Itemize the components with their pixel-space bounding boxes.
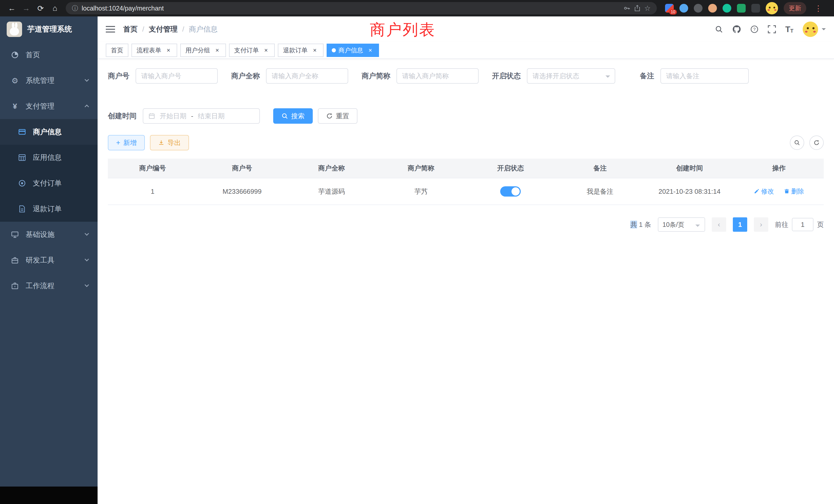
tab-pay-order[interactable]: 支付订单 × xyxy=(229,44,275,57)
password-key-icon[interactable] xyxy=(623,5,630,12)
page-1-button[interactable]: 1 xyxy=(733,217,747,232)
sidebar-item-label: 应用信息 xyxy=(33,153,62,162)
prev-page-button[interactable]: ‹ xyxy=(712,217,726,232)
export-button[interactable]: 导出 xyxy=(150,135,189,151)
chevron-down-icon xyxy=(606,75,610,80)
url-text[interactable]: localhost:1024/pay/merchant xyxy=(82,5,620,12)
page-size-select[interactable]: 10条/页 xyxy=(658,217,705,232)
tab-merchant-info[interactable]: 商户信息 × xyxy=(327,44,379,57)
browser-menu-icon[interactable]: ⋮ xyxy=(812,4,825,13)
close-icon[interactable]: × xyxy=(165,47,172,54)
remark-input[interactable] xyxy=(660,68,749,84)
close-icon[interactable]: × xyxy=(367,47,374,54)
font-size-icon[interactable]: TT xyxy=(785,25,793,33)
app-logo[interactable]: 芋道管理系统 xyxy=(0,17,97,42)
tab-home[interactable]: 首页 xyxy=(106,44,128,57)
col-status: 开启状态 xyxy=(466,159,555,178)
cell-merchant-no: M233666999 xyxy=(197,178,287,205)
col-full-name: 商户全称 xyxy=(287,159,376,178)
breadcrumb-home[interactable]: 首页 xyxy=(123,24,138,34)
toggle-search-button[interactable] xyxy=(790,136,804,150)
tab-user-group[interactable]: 用户分组 × xyxy=(180,44,226,57)
extension-icon[interactable]: 10 xyxy=(665,4,674,13)
extension-icon[interactable] xyxy=(708,4,717,13)
col-short-name: 商户简称 xyxy=(376,159,466,178)
bookmark-star-icon[interactable]: ☆ xyxy=(644,4,651,13)
full-name-input[interactable] xyxy=(266,68,348,84)
sidebar-item-system[interactable]: ⚙ 系统管理 xyxy=(0,68,97,93)
hamburger-icon[interactable] xyxy=(106,25,115,33)
breadcrumb-pay[interactable]: 支付管理 xyxy=(149,24,178,34)
chevron-down-icon xyxy=(85,231,89,236)
share-icon[interactable] xyxy=(634,5,641,12)
sidebar-item-dev-tools[interactable]: 研发工具 xyxy=(0,247,97,273)
sidebar: 芋道管理系统 首页 ⚙ 系统管理 ¥ 支付管理 xyxy=(0,17,97,504)
navbar-actions: ? TT xyxy=(715,22,826,37)
cell-remark: 我是备注 xyxy=(555,178,645,205)
browser-update-button[interactable]: 更新 xyxy=(784,2,806,14)
col-merchant-id: 商户编号 xyxy=(108,159,197,178)
browser-profile-avatar[interactable] xyxy=(766,2,778,14)
tab-refund-order[interactable]: 退款订单 × xyxy=(278,44,324,57)
reset-button[interactable]: 重置 xyxy=(318,108,357,124)
browser-back-icon[interactable]: ← xyxy=(5,2,19,15)
col-create-time: 创建时间 xyxy=(645,159,734,178)
sidebar-item-infrastructure[interactable]: 基础设施 xyxy=(0,222,97,247)
chevron-down-icon xyxy=(85,77,89,82)
github-icon[interactable] xyxy=(732,25,741,33)
briefcase-icon xyxy=(10,282,20,290)
date-start-placeholder: 开始日期 xyxy=(160,112,186,121)
refresh-table-button[interactable] xyxy=(809,136,824,150)
close-icon[interactable]: × xyxy=(262,47,270,54)
extension-icon[interactable] xyxy=(694,4,703,13)
goto-page-input[interactable] xyxy=(792,218,813,231)
sidebar-item-home[interactable]: 首页 xyxy=(0,42,97,68)
chevron-down-icon xyxy=(695,225,700,229)
date-end-placeholder: 结束日期 xyxy=(198,112,225,121)
browser-forward-icon[interactable]: → xyxy=(20,2,33,15)
sidebar-item-refund-order[interactable]: 退款订单 xyxy=(0,196,97,222)
sidebar-menu: 首页 ⚙ 系统管理 ¥ 支付管理 商户信 xyxy=(0,42,97,299)
extension-icon[interactable] xyxy=(723,4,731,13)
edit-button[interactable]: 修改 xyxy=(754,187,774,196)
user-avatar[interactable] xyxy=(803,22,826,37)
merchant-no-input[interactable] xyxy=(136,68,218,84)
extension-icon[interactable] xyxy=(737,4,746,13)
add-button[interactable]: + 新增 xyxy=(108,135,145,151)
full-name-label: 商户全称 xyxy=(231,71,260,81)
delete-button[interactable]: 删除 xyxy=(784,187,804,196)
tab-label: 退款订单 xyxy=(283,46,308,54)
goto-suffix: 页 xyxy=(817,220,824,229)
breadcrumb-separator: / xyxy=(142,25,144,33)
address-bar[interactable]: ⓘ localhost:1024/pay/merchant ☆ xyxy=(66,2,657,14)
search-button[interactable]: 搜索 xyxy=(273,108,313,124)
next-page-button[interactable]: › xyxy=(754,217,768,232)
tab-label: 商户信息 xyxy=(338,46,363,54)
close-icon[interactable]: × xyxy=(214,47,221,54)
short-name-input[interactable] xyxy=(396,68,479,84)
search-icon[interactable] xyxy=(715,25,723,33)
table-header-row: 商户编号 商户号 商户全称 商户简称 开启状态 备注 创建时间 操作 xyxy=(108,159,824,178)
extensions-pin-icon[interactable] xyxy=(751,4,760,13)
document-icon xyxy=(18,205,27,213)
tab-label: 支付订单 xyxy=(234,46,259,54)
sidebar-item-app-info[interactable]: 应用信息 xyxy=(0,145,97,170)
fullscreen-icon[interactable] xyxy=(768,25,776,33)
status-select[interactable]: 请选择开启状态 xyxy=(527,68,615,84)
sidebar-item-payment[interactable]: ¥ 支付管理 xyxy=(0,93,97,119)
tab-process-form[interactable]: 流程表单 × xyxy=(131,44,177,57)
status-toggle[interactable] xyxy=(500,186,521,197)
close-icon[interactable]: × xyxy=(311,47,319,54)
sidebar-item-workflow[interactable]: 工作流程 xyxy=(0,273,97,299)
col-actions: 操作 xyxy=(734,159,824,178)
create-time-range-picker[interactable]: 开始日期 - 结束日期 xyxy=(143,108,260,124)
download-icon xyxy=(158,140,164,146)
help-icon[interactable]: ? xyxy=(750,25,759,33)
page-info-icon[interactable]: ⓘ xyxy=(72,4,78,12)
chevron-down-icon xyxy=(85,257,89,261)
sidebar-item-merchant-info[interactable]: 商户信息 xyxy=(0,119,97,145)
extension-icon[interactable] xyxy=(679,4,688,13)
browser-refresh-icon[interactable]: ⟳ xyxy=(34,2,47,15)
sidebar-item-pay-order[interactable]: 支付订单 xyxy=(0,170,97,196)
browser-home-icon[interactable]: ⌂ xyxy=(48,2,62,15)
